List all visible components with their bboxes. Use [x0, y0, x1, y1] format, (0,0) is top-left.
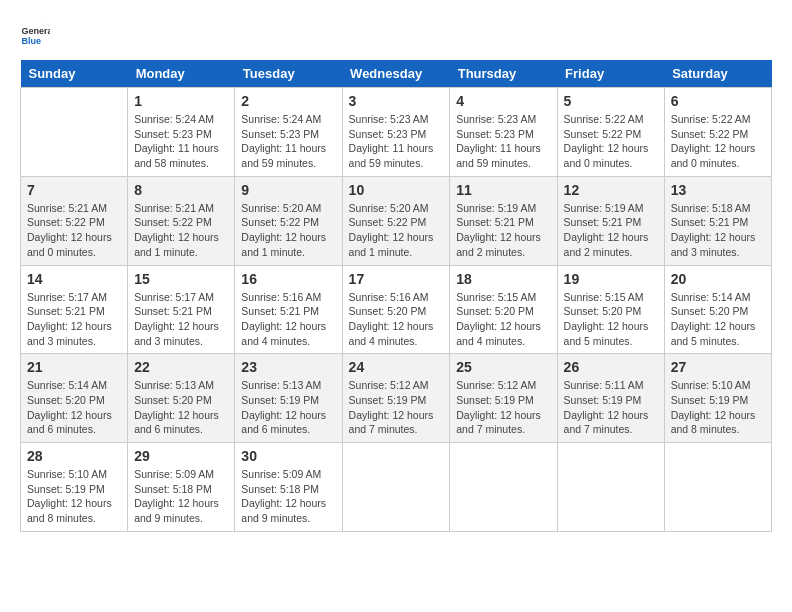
- day-info: Sunrise: 5:18 AM Sunset: 5:21 PM Dayligh…: [671, 201, 765, 260]
- calendar-cell: 27Sunrise: 5:10 AM Sunset: 5:19 PM Dayli…: [664, 354, 771, 443]
- day-info: Sunrise: 5:15 AM Sunset: 5:20 PM Dayligh…: [456, 290, 550, 349]
- calendar-cell: 17Sunrise: 5:16 AM Sunset: 5:20 PM Dayli…: [342, 265, 450, 354]
- day-info: Sunrise: 5:12 AM Sunset: 5:19 PM Dayligh…: [349, 378, 444, 437]
- day-info: Sunrise: 5:17 AM Sunset: 5:21 PM Dayligh…: [134, 290, 228, 349]
- header-thursday: Thursday: [450, 60, 557, 88]
- day-number: 22: [134, 359, 228, 375]
- day-number: 15: [134, 271, 228, 287]
- calendar-cell: [21, 88, 128, 177]
- day-number: 25: [456, 359, 550, 375]
- day-number: 10: [349, 182, 444, 198]
- calendar-cell: 8Sunrise: 5:21 AM Sunset: 5:22 PM Daylig…: [128, 176, 235, 265]
- day-number: 7: [27, 182, 121, 198]
- day-number: 29: [134, 448, 228, 464]
- day-number: 18: [456, 271, 550, 287]
- day-number: 1: [134, 93, 228, 109]
- logo: General Blue: [20, 20, 54, 50]
- calendar-cell: 6Sunrise: 5:22 AM Sunset: 5:22 PM Daylig…: [664, 88, 771, 177]
- day-number: 2: [241, 93, 335, 109]
- calendar-cell: 9Sunrise: 5:20 AM Sunset: 5:22 PM Daylig…: [235, 176, 342, 265]
- day-number: 28: [27, 448, 121, 464]
- day-info: Sunrise: 5:20 AM Sunset: 5:22 PM Dayligh…: [349, 201, 444, 260]
- calendar-cell: 30Sunrise: 5:09 AM Sunset: 5:18 PM Dayli…: [235, 443, 342, 532]
- day-info: Sunrise: 5:21 AM Sunset: 5:22 PM Dayligh…: [134, 201, 228, 260]
- calendar-header-row: SundayMondayTuesdayWednesdayThursdayFrid…: [21, 60, 772, 88]
- header-friday: Friday: [557, 60, 664, 88]
- calendar-week-row: 1Sunrise: 5:24 AM Sunset: 5:23 PM Daylig…: [21, 88, 772, 177]
- calendar-cell: 28Sunrise: 5:10 AM Sunset: 5:19 PM Dayli…: [21, 443, 128, 532]
- day-number: 9: [241, 182, 335, 198]
- calendar-cell: 20Sunrise: 5:14 AM Sunset: 5:20 PM Dayli…: [664, 265, 771, 354]
- day-number: 19: [564, 271, 658, 287]
- day-number: 30: [241, 448, 335, 464]
- day-info: Sunrise: 5:22 AM Sunset: 5:22 PM Dayligh…: [564, 112, 658, 171]
- calendar-week-row: 28Sunrise: 5:10 AM Sunset: 5:19 PM Dayli…: [21, 443, 772, 532]
- day-number: 26: [564, 359, 658, 375]
- day-info: Sunrise: 5:19 AM Sunset: 5:21 PM Dayligh…: [456, 201, 550, 260]
- day-number: 24: [349, 359, 444, 375]
- calendar-cell: 13Sunrise: 5:18 AM Sunset: 5:21 PM Dayli…: [664, 176, 771, 265]
- day-info: Sunrise: 5:24 AM Sunset: 5:23 PM Dayligh…: [241, 112, 335, 171]
- day-info: Sunrise: 5:20 AM Sunset: 5:22 PM Dayligh…: [241, 201, 335, 260]
- day-info: Sunrise: 5:24 AM Sunset: 5:23 PM Dayligh…: [134, 112, 228, 171]
- day-info: Sunrise: 5:13 AM Sunset: 5:20 PM Dayligh…: [134, 378, 228, 437]
- header-tuesday: Tuesday: [235, 60, 342, 88]
- calendar-cell: [664, 443, 771, 532]
- day-info: Sunrise: 5:16 AM Sunset: 5:21 PM Dayligh…: [241, 290, 335, 349]
- day-info: Sunrise: 5:10 AM Sunset: 5:19 PM Dayligh…: [27, 467, 121, 526]
- calendar-week-row: 14Sunrise: 5:17 AM Sunset: 5:21 PM Dayli…: [21, 265, 772, 354]
- day-info: Sunrise: 5:23 AM Sunset: 5:23 PM Dayligh…: [456, 112, 550, 171]
- day-number: 13: [671, 182, 765, 198]
- calendar-cell: 4Sunrise: 5:23 AM Sunset: 5:23 PM Daylig…: [450, 88, 557, 177]
- day-number: 27: [671, 359, 765, 375]
- calendar-cell: 1Sunrise: 5:24 AM Sunset: 5:23 PM Daylig…: [128, 88, 235, 177]
- day-number: 5: [564, 93, 658, 109]
- day-info: Sunrise: 5:14 AM Sunset: 5:20 PM Dayligh…: [671, 290, 765, 349]
- svg-text:Blue: Blue: [22, 36, 42, 46]
- calendar-cell: 12Sunrise: 5:19 AM Sunset: 5:21 PM Dayli…: [557, 176, 664, 265]
- calendar-cell: 3Sunrise: 5:23 AM Sunset: 5:23 PM Daylig…: [342, 88, 450, 177]
- day-number: 21: [27, 359, 121, 375]
- calendar-cell: [557, 443, 664, 532]
- calendar-cell: 24Sunrise: 5:12 AM Sunset: 5:19 PM Dayli…: [342, 354, 450, 443]
- calendar-cell: 29Sunrise: 5:09 AM Sunset: 5:18 PM Dayli…: [128, 443, 235, 532]
- day-number: 17: [349, 271, 444, 287]
- calendar-week-row: 7Sunrise: 5:21 AM Sunset: 5:22 PM Daylig…: [21, 176, 772, 265]
- day-info: Sunrise: 5:23 AM Sunset: 5:23 PM Dayligh…: [349, 112, 444, 171]
- day-info: Sunrise: 5:19 AM Sunset: 5:21 PM Dayligh…: [564, 201, 658, 260]
- calendar-cell: 5Sunrise: 5:22 AM Sunset: 5:22 PM Daylig…: [557, 88, 664, 177]
- calendar-cell: 2Sunrise: 5:24 AM Sunset: 5:23 PM Daylig…: [235, 88, 342, 177]
- day-info: Sunrise: 5:21 AM Sunset: 5:22 PM Dayligh…: [27, 201, 121, 260]
- header-saturday: Saturday: [664, 60, 771, 88]
- day-number: 11: [456, 182, 550, 198]
- day-info: Sunrise: 5:15 AM Sunset: 5:20 PM Dayligh…: [564, 290, 658, 349]
- day-info: Sunrise: 5:17 AM Sunset: 5:21 PM Dayligh…: [27, 290, 121, 349]
- calendar-cell: 19Sunrise: 5:15 AM Sunset: 5:20 PM Dayli…: [557, 265, 664, 354]
- calendar-cell: 18Sunrise: 5:15 AM Sunset: 5:20 PM Dayli…: [450, 265, 557, 354]
- day-info: Sunrise: 5:13 AM Sunset: 5:19 PM Dayligh…: [241, 378, 335, 437]
- day-number: 3: [349, 93, 444, 109]
- calendar-cell: 16Sunrise: 5:16 AM Sunset: 5:21 PM Dayli…: [235, 265, 342, 354]
- day-number: 12: [564, 182, 658, 198]
- calendar-cell: 26Sunrise: 5:11 AM Sunset: 5:19 PM Dayli…: [557, 354, 664, 443]
- day-number: 14: [27, 271, 121, 287]
- day-info: Sunrise: 5:22 AM Sunset: 5:22 PM Dayligh…: [671, 112, 765, 171]
- day-info: Sunrise: 5:16 AM Sunset: 5:20 PM Dayligh…: [349, 290, 444, 349]
- day-info: Sunrise: 5:09 AM Sunset: 5:18 PM Dayligh…: [134, 467, 228, 526]
- day-number: 4: [456, 93, 550, 109]
- calendar-week-row: 21Sunrise: 5:14 AM Sunset: 5:20 PM Dayli…: [21, 354, 772, 443]
- calendar-cell: 11Sunrise: 5:19 AM Sunset: 5:21 PM Dayli…: [450, 176, 557, 265]
- calendar-cell: 21Sunrise: 5:14 AM Sunset: 5:20 PM Dayli…: [21, 354, 128, 443]
- day-number: 6: [671, 93, 765, 109]
- day-number: 8: [134, 182, 228, 198]
- calendar-cell: 7Sunrise: 5:21 AM Sunset: 5:22 PM Daylig…: [21, 176, 128, 265]
- day-info: Sunrise: 5:10 AM Sunset: 5:19 PM Dayligh…: [671, 378, 765, 437]
- calendar-cell: [450, 443, 557, 532]
- day-number: 16: [241, 271, 335, 287]
- header-sunday: Sunday: [21, 60, 128, 88]
- calendar-cell: 10Sunrise: 5:20 AM Sunset: 5:22 PM Dayli…: [342, 176, 450, 265]
- calendar-cell: 15Sunrise: 5:17 AM Sunset: 5:21 PM Dayli…: [128, 265, 235, 354]
- svg-text:General: General: [22, 26, 51, 36]
- day-info: Sunrise: 5:11 AM Sunset: 5:19 PM Dayligh…: [564, 378, 658, 437]
- calendar-cell: [342, 443, 450, 532]
